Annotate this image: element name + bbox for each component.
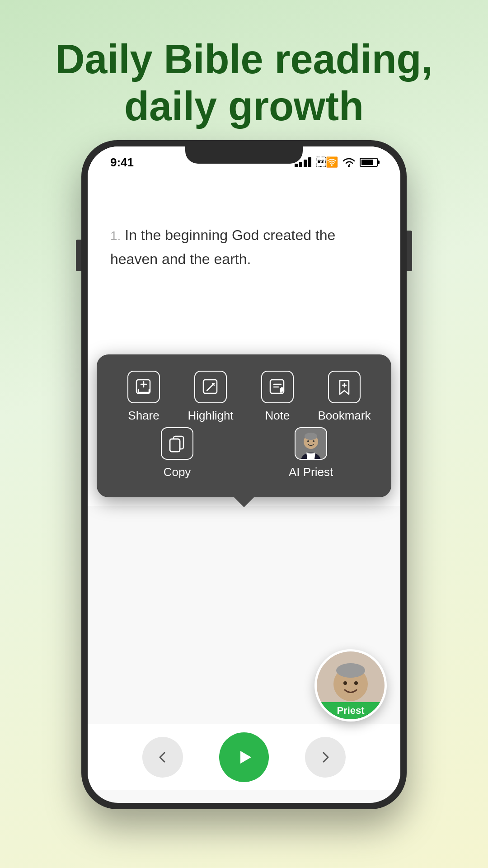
context-menu: Share Highlight bbox=[97, 354, 391, 497]
share-icon-box bbox=[127, 371, 160, 403]
verse-1-top: 1. In the beginning God created the heav… bbox=[110, 223, 378, 271]
highlight-icon bbox=[202, 378, 220, 396]
note-label: Note bbox=[265, 409, 290, 423]
wifi-icon: 🛜 bbox=[316, 156, 338, 168]
battery-icon bbox=[360, 158, 378, 167]
wifi-icon bbox=[343, 157, 355, 167]
copy-icon-box bbox=[161, 427, 193, 460]
play-button[interactable] bbox=[219, 732, 269, 782]
headline-section: Daily Bible reading, daily growth bbox=[0, 0, 488, 157]
svg-point-18 bbox=[343, 681, 347, 685]
svg-point-13 bbox=[313, 440, 314, 442]
verse1-layer: 1. In the beginning God created the heav… bbox=[88, 205, 400, 296]
menu-bookmark[interactable]: Bookmark bbox=[315, 371, 374, 423]
phone-screen: 9:41 🛜 bbox=[88, 146, 400, 803]
ai-priest-label: AI Priest bbox=[289, 465, 333, 479]
priest-float-avatar: Priest bbox=[317, 651, 385, 719]
menu-ai-priest[interactable]: AI Priest bbox=[282, 427, 340, 479]
menu-share[interactable]: Share bbox=[114, 371, 173, 423]
note-icon bbox=[268, 378, 286, 396]
svg-point-11 bbox=[305, 433, 317, 440]
svg-point-17 bbox=[336, 663, 365, 678]
headline-text: Daily Bible reading, daily growth bbox=[0, 36, 488, 130]
bottom-nav bbox=[88, 724, 400, 790]
menu-note[interactable]: Note bbox=[248, 371, 307, 423]
menu-highlight[interactable]: Highlight bbox=[181, 371, 240, 423]
chevron-right-icon bbox=[317, 749, 333, 765]
play-icon bbox=[234, 747, 254, 767]
svg-point-12 bbox=[307, 440, 309, 442]
ai-priest-icon-box bbox=[295, 427, 327, 460]
priest-avatar bbox=[296, 428, 326, 459]
verse-number-1-top: 1. bbox=[110, 229, 121, 243]
svg-point-19 bbox=[354, 681, 358, 685]
phone-shell: 9:41 🛜 bbox=[81, 140, 407, 809]
svg-rect-2 bbox=[203, 380, 217, 393]
priest-float-button[interactable]: Priest bbox=[314, 649, 387, 722]
svg-marker-20 bbox=[240, 751, 251, 764]
context-menu-row-2: Copy bbox=[110, 427, 378, 479]
bookmark-icon bbox=[335, 378, 353, 396]
copy-icon bbox=[168, 434, 186, 453]
note-icon-box bbox=[261, 371, 294, 403]
priest-label: Priest bbox=[317, 702, 385, 719]
next-button[interactable] bbox=[305, 737, 346, 778]
bookmark-label: Bookmark bbox=[318, 409, 371, 423]
menu-copy[interactable]: Copy bbox=[148, 427, 206, 479]
status-icons: 🛜 bbox=[295, 156, 378, 168]
svg-rect-6 bbox=[170, 439, 180, 452]
prev-button[interactable] bbox=[142, 737, 183, 778]
copy-label: Copy bbox=[164, 465, 191, 479]
chevron-left-icon bbox=[155, 749, 171, 765]
phone-notch bbox=[185, 146, 303, 164]
status-time: 9:41 bbox=[110, 156, 134, 170]
share-label: Share bbox=[128, 409, 159, 423]
share-icon bbox=[135, 378, 153, 396]
svg-point-0 bbox=[348, 165, 350, 167]
highlight-icon-box bbox=[194, 371, 227, 403]
bookmark-icon-box bbox=[328, 371, 361, 403]
verse-text-1-top: In the beginning God created the heaven … bbox=[110, 227, 335, 267]
phone-mockup: 9:41 🛜 bbox=[81, 140, 407, 809]
context-menu-row-1: Share Highlight bbox=[110, 371, 378, 423]
highlight-label: Highlight bbox=[188, 409, 233, 423]
